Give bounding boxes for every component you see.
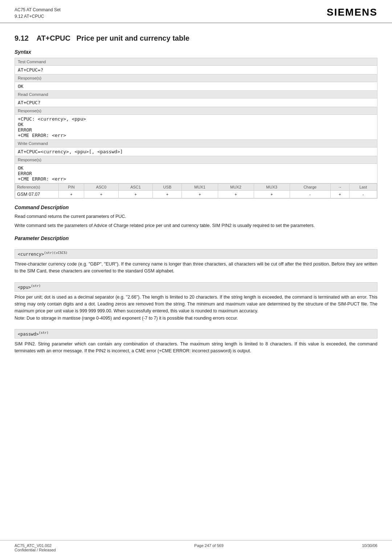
page-header: AC75 AT Command Set 9.12 AT+CPUC SIEMENS — [0, 0, 392, 23]
ref-col-asc0: ASC0 — [84, 184, 118, 191]
read-response-header-row: Response(s) — [15, 107, 377, 115]
param-passwd-name: <passwd> — [18, 332, 39, 337]
param-passwd-super: (str) — [39, 331, 49, 335]
test-command-text: AT+CPUC=? — [15, 66, 377, 74]
cmd-desc-heading: Command Description — [15, 204, 377, 210]
header-line2: 9.12 AT+CPUC — [15, 13, 61, 20]
read-command-header-row: Read Command — [15, 91, 377, 98]
test-response-header: Response(s) — [15, 74, 377, 82]
section-title: AT+CPUC Price per unit and currency tabl… — [36, 34, 189, 42]
write-response-header-row: Response(s) — [15, 156, 377, 164]
test-command-row: AT+CPUC=? — [15, 66, 377, 74]
footer-right: 10/30/06 — [362, 543, 377, 552]
write-command-header: Write Command — [15, 140, 377, 147]
read-command-row: AT+CPUC? — [15, 98, 377, 107]
ref-val-asc0: + — [84, 191, 118, 198]
ref-col-charge: Charge — [290, 184, 330, 191]
ref-col-last: Last — [350, 184, 377, 191]
ref-val-mux2: + — [218, 191, 254, 198]
cmd-desc-para1: Read command returns the current paramet… — [15, 213, 377, 220]
reference-table: Reference(s) PIN ASC0 ASC1 USB MUX1 MUX2… — [15, 183, 377, 198]
footer-center: Page 247 of 569 — [194, 543, 224, 552]
test-command-header-row: Test Command — [15, 58, 377, 66]
ref-col-pin: PIN — [59, 184, 84, 191]
footer-left: AC75_ATC_V01.002 Confidential / Released — [15, 543, 56, 552]
param-currency-box: <currency>(str)(+CSCS) — [15, 249, 377, 259]
param-currency-super: (str)(+CSCS) — [44, 251, 68, 255]
main-content: 9.12 AT+CPUC Price per unit and currency… — [0, 23, 392, 372]
param-currency-desc: Three-character currency code (e.g. "GBP… — [15, 261, 377, 275]
ref-val-mux1: + — [182, 191, 218, 198]
reference-row: Reference(s) PIN ASC0 ASC1 USB MUX1 MUX2… — [15, 183, 377, 199]
write-response-text: OK ERROR +CME ERROR: <err> — [15, 164, 377, 183]
test-response-text: OK — [15, 82, 377, 91]
cmd-desc-para2: Write command sets the parameters of Adv… — [15, 222, 377, 229]
ref-col-mux3: MUX3 — [254, 184, 290, 191]
param-ppu-box: <ppu>(str) — [15, 282, 377, 292]
syntax-heading: Syntax — [15, 49, 377, 55]
header-line1: AC75 AT Command Set — [15, 7, 61, 13]
write-command-header-row: Write Command — [15, 140, 377, 147]
ref-col-asc1: ASC1 — [118, 184, 153, 191]
syntax-table: Test Command AT+CPUC=? Response(s) OK Re… — [15, 58, 377, 199]
ref-gsm-label: GSM 07.07 — [15, 191, 59, 198]
siemens-logo: SIEMENS — [327, 7, 377, 18]
param-passwd-desc: SIM PIN2. String parameter which can con… — [15, 341, 377, 355]
param-ppu-name: <ppu> — [18, 285, 31, 290]
ref-val-charge: - — [290, 191, 330, 198]
ref-data-row: GSM 07.07 + + + + + + + - + - — [15, 191, 377, 198]
ref-header-row: Reference(s) PIN ASC0 ASC1 USB MUX1 MUX2… — [15, 184, 377, 191]
ref-val-arrow: + — [330, 191, 349, 198]
write-response-header: Response(s) — [15, 156, 377, 164]
header-text: AC75 AT Command Set 9.12 AT+CPUC — [15, 7, 61, 20]
ref-val-usb: + — [153, 191, 182, 198]
ref-val-pin: + — [59, 191, 84, 198]
ref-val-mux3: + — [254, 191, 290, 198]
test-command-header: Test Command — [15, 58, 377, 66]
param-ppu-super: (str) — [31, 284, 41, 288]
write-command-row: AT+CPUC=<currency>, <ppu>[, <passwd>] — [15, 147, 377, 156]
test-response-row: OK — [15, 82, 377, 91]
ref-col-arrow: → — [330, 184, 349, 191]
read-command-text: AT+CPUC? — [15, 98, 377, 107]
page-footer: AC75_ATC_V01.002 Confidential / Released… — [0, 540, 392, 555]
param-ppu-desc: Price per unit; dot is used as a decimal… — [15, 294, 377, 322]
write-response-row: OK ERROR +CME ERROR: <err> — [15, 164, 377, 183]
ref-col-mux1: MUX1 — [182, 184, 218, 191]
ref-col-label: Reference(s) — [15, 184, 59, 191]
ref-val-asc1: + — [118, 191, 153, 198]
read-response-text: +CPUC: <currency>, <ppu> OK ERROR +CME E… — [15, 115, 377, 140]
write-command-text: AT+CPUC=<currency>, <ppu>[, <passwd>] — [15, 147, 377, 156]
test-response-header-row: Response(s) — [15, 74, 377, 82]
ref-val-last: - — [350, 191, 377, 198]
section-heading: 9.12 AT+CPUC Price per unit and currency… — [15, 34, 377, 42]
param-desc-heading: Parameter Description — [15, 235, 377, 241]
footer-confidential: Confidential / Released — [15, 548, 56, 552]
read-response-row: +CPUC: <currency>, <ppu> OK ERROR +CME E… — [15, 115, 377, 140]
param-currency-name: <currency> — [18, 252, 44, 257]
footer-doc-id: AC75_ATC_V01.002 — [15, 543, 56, 548]
read-response-header: Response(s) — [15, 107, 377, 115]
param-passwd-box: <passwd>(str) — [15, 329, 377, 339]
read-command-header: Read Command — [15, 91, 377, 98]
ref-col-usb: USB — [153, 184, 182, 191]
ref-col-mux2: MUX2 — [218, 184, 254, 191]
section-number: 9.12 — [15, 34, 29, 42]
